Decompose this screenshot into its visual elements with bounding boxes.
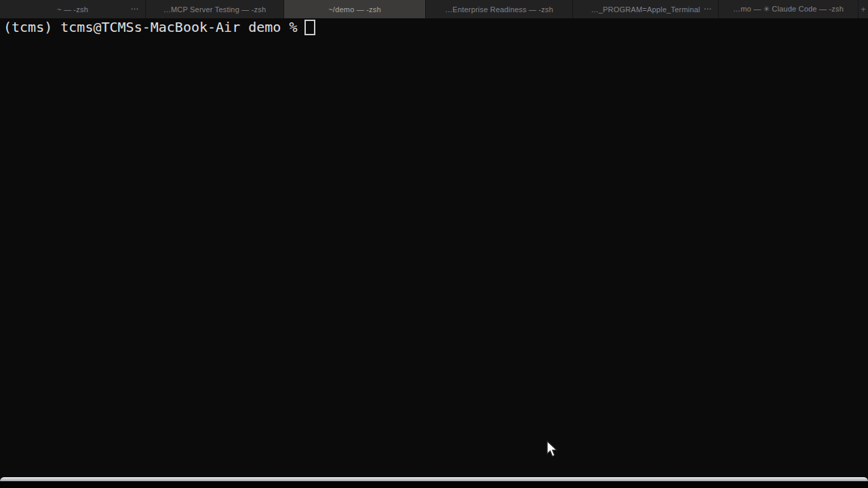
- terminal-cursor: [304, 20, 315, 35]
- tab-label: ~ — -zsh: [57, 5, 88, 14]
- terminal-screen[interactable]: (tcms) tcms@TCMSs-MacBook-Air demo %: [0, 18, 868, 477]
- tab-label: …MCP Server Testing — -zsh: [163, 5, 267, 14]
- tab-label: ~/demo — -zsh: [328, 5, 381, 14]
- tab-label: …mo — ✳ Claude Code — -zsh: [733, 5, 844, 14]
- tab-demo-active[interactable]: ~/demo — -zsh: [284, 0, 426, 18]
- tab-activity-indicator: …: [131, 2, 140, 12]
- bottom-gap: [0, 481, 868, 488]
- prompt-line: (tcms) tcms@TCMSs-MacBook-Air demo %: [3, 19, 315, 35]
- tab-activity-indicator: …: [704, 2, 713, 12]
- tab-label: …_PROGRAM=Apple_Terminal: [591, 5, 701, 14]
- tab-bar: ~ — -zsh … …MCP Server Testing — -zsh ~/…: [0, 0, 868, 18]
- terminal-window: ~ — -zsh … …MCP Server Testing — -zsh ~/…: [0, 0, 868, 488]
- tab-program-apple-terminal[interactable]: …_PROGRAM=Apple_Terminal …: [573, 0, 719, 18]
- new-tab-button[interactable]: +: [859, 0, 868, 18]
- tab-label: …Enterprise Readiness — -zsh: [445, 5, 553, 14]
- tab-claude-code[interactable]: …mo — ✳ Claude Code — -zsh: [719, 0, 859, 18]
- tab-mcp-server-testing[interactable]: …MCP Server Testing — -zsh: [146, 0, 284, 18]
- tab-enterprise-readiness[interactable]: …Enterprise Readiness — -zsh: [426, 0, 573, 18]
- tab-home-zsh[interactable]: ~ — -zsh …: [0, 0, 146, 18]
- plus-icon: +: [861, 5, 865, 14]
- shell-prompt-text: (tcms) tcms@TCMSs-MacBook-Air demo %: [3, 19, 297, 35]
